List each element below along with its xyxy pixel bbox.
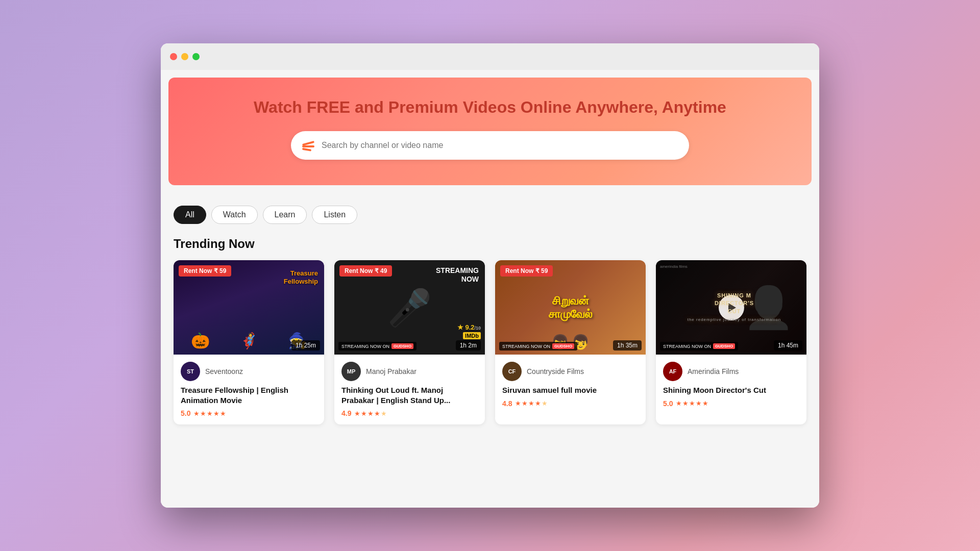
filter-tabs: All Watch Learn Listen [161,193,819,232]
tab-learn[interactable]: Learn [263,206,307,224]
rating-num-3: 4.8 [502,399,512,408]
duration-1: 1h 25m [291,340,320,350]
search-icon [301,138,315,153]
channel-name-3: Countryside Films [527,367,584,375]
channel-row-2: MP Manoj Prabakar [341,362,478,381]
card-treasure[interactable]: TreasureFellowship 🎃 🦸 🧙 Rent Now ₹ 59 1… [174,260,324,424]
channel-name-1: Seventoonz [205,367,243,375]
duration-3: 1h 35m [613,340,642,350]
channel-row-1: ST Seventoonz [181,362,317,381]
tab-all[interactable]: All [174,206,206,224]
rent-badge-3: Rent Now ₹ 59 [500,265,553,277]
card-tamil[interactable]: சிறுவன்சாமுவேல் 👦 👦 Rent Now ₹ 59 1h 35m… [495,260,646,424]
card1-title-art: TreasureFellowship [284,269,318,285]
channel-row-4: AF Amerindia Films [663,362,799,381]
streaming-badge-2: STREAMING NOW ON GUDSHO [338,342,416,350]
stars-3: ★ ★ ★ ★ ★ [515,399,548,407]
card-shining[interactable]: amerindia films SHINING MDIRECTOR'SCUTth… [656,260,806,424]
card-thumbnail-2: STREAMINGNOW 🎤 ★ 9.2/10 IMDb Rent Now ₹ … [334,260,485,355]
card-title-1: Treasure Fellowship | English Animation … [181,385,317,405]
streaming-now-text: STREAMINGNOW [436,266,479,284]
card-thumbnail-4: amerindia films SHINING MDIRECTOR'SCUTth… [656,260,806,355]
rent-badge-2: Rent Now ₹ 49 [339,265,392,277]
stars-4: ★ ★ ★ ★ ★ [676,399,708,407]
minimize-button[interactable] [181,53,188,60]
avatar-2: MP [341,362,361,381]
imdb-badge: ★ 9.2/10 IMDb [457,323,481,339]
rating-row-2: 4.9 ★ ★ ★ ★ ★ [341,409,478,417]
tab-listen[interactable]: Listen [312,206,357,224]
card-title-3: Siruvan samuel full movie [502,385,639,395]
avatar-3: CF [502,362,522,381]
card-info-3: CF Countryside Films Siruvan samuel full… [495,355,646,415]
maximize-button[interactable] [192,53,200,60]
rating-num-4: 5.0 [663,399,673,408]
stars-1: ★ ★ ★ ★ ★ [193,410,226,417]
streaming-badge-4: STREAMING NOW ON GUDSHO [660,342,738,350]
card-title-4: Shining Moon Director's Cut [663,385,799,395]
channel-row-3: CF Countryside Films [502,362,639,381]
channel-name-2: Manoj Prabakar [366,367,416,375]
svg-rect-2 [302,148,311,152]
search-bar[interactable] [291,131,689,160]
card-title-2: Thinking Out Loud ft. Manoj Prabakar | E… [341,385,478,405]
svg-rect-0 [302,141,314,146]
rating-num-1: 5.0 [181,409,190,417]
close-button[interactable] [170,53,177,60]
rating-num-2: 4.9 [341,409,351,417]
tamil-title-art: சிறுவன்சாமுவேல் [549,294,593,321]
cards-grid: TreasureFellowship 🎃 🦸 🧙 Rent Now ₹ 59 1… [161,260,819,440]
app-window: Watch FREE and Premium Videos Online Any… [161,43,819,508]
avatar-1: ST [181,362,200,381]
card-info-1: ST Seventoonz Treasure Fellowship | Engl… [174,355,324,424]
rent-badge-1: Rent Now ₹ 59 [179,265,231,277]
duration-4: 1h 45m [774,340,802,350]
avatar-4: AF [663,362,682,381]
content-area: Watch FREE and Premium Videos Online Any… [161,70,819,508]
card-standup[interactable]: STREAMINGNOW 🎤 ★ 9.2/10 IMDb Rent Now ₹ … [334,260,485,424]
rating-row-3: 4.8 ★ ★ ★ ★ ★ [502,399,639,408]
channel-name-4: Amerindia Films [688,367,739,375]
tab-watch[interactable]: Watch [211,206,258,224]
rating-row-1: 5.0 ★ ★ ★ ★ ★ [181,409,317,417]
directors-cut-text: SHINING MDIRECTOR'SCUTthe redemptive jou… [688,292,781,323]
card-thumbnail-3: சிறுவன்சாமுவேல் 👦 👦 Rent Now ₹ 59 1h 35m… [495,260,646,355]
search-input[interactable] [322,141,679,150]
hero-title: Watch FREE and Premium Videos Online Any… [254,98,726,117]
rating-row-4: 5.0 ★ ★ ★ ★ ★ [663,399,799,408]
section-title: Trending Now [161,232,819,260]
card-thumbnail-1: TreasureFellowship 🎃 🦸 🧙 Rent Now ₹ 59 1… [174,260,324,355]
card-info-2: MP Manoj Prabakar Thinking Out Loud ft. … [334,355,485,424]
hero-banner: Watch FREE and Premium Videos Online Any… [168,78,812,185]
titlebar [161,43,819,70]
performer-icon: 🎤 [387,287,432,329]
card-info-4: AF Amerindia Films Shining Moon Director… [656,355,806,415]
duration-2: 1h 2m [456,340,481,350]
svg-rect-1 [302,145,314,147]
stars-2: ★ ★ ★ ★ ★ [354,410,387,417]
streaming-badge-3: STREAMING NOW ON GUDSHO [499,342,577,350]
